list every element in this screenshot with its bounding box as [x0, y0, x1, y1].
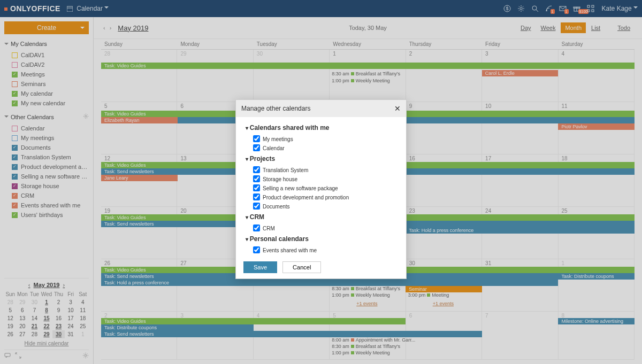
option-checkbox[interactable]	[253, 224, 260, 231]
option-checkbox[interactable]	[253, 203, 260, 210]
calendar-option[interactable]: Documents	[246, 202, 396, 211]
option-checkbox[interactable]	[253, 246, 260, 253]
section-projects[interactable]: Projects	[246, 155, 396, 162]
option-checkbox[interactable]	[253, 135, 260, 142]
manage-calendars-dialog: Manage other calendars✕ Calendars shared…	[235, 99, 407, 279]
section-shared[interactable]: Calendars shared with me	[246, 124, 396, 131]
modal-overlay: Manage other calendars✕ Calendars shared…	[0, 0, 642, 364]
save-button[interactable]: Save	[243, 261, 277, 273]
close-icon[interactable]: ✕	[394, 104, 401, 113]
calendar-option[interactable]: Events shared with me	[246, 245, 396, 254]
option-checkbox[interactable]	[253, 166, 260, 173]
calendar-option[interactable]: Storage house	[246, 174, 396, 183]
section-crm[interactable]: CRM	[246, 213, 396, 221]
dialog-title: Manage other calendars	[241, 105, 310, 112]
calendar-option[interactable]: Calendar	[246, 143, 396, 152]
option-checkbox[interactable]	[253, 144, 260, 151]
calendar-option[interactable]: Translation System	[246, 165, 396, 174]
option-checkbox[interactable]	[253, 193, 260, 200]
option-checkbox[interactable]	[253, 184, 260, 191]
cancel-button[interactable]: Cancel	[282, 261, 321, 273]
calendar-option[interactable]: Product development and promotion	[246, 192, 396, 202]
calendar-option[interactable]: CRM	[246, 223, 396, 233]
calendar-option[interactable]: Selling a new software package	[246, 183, 396, 192]
calendar-option[interactable]: My meetings	[246, 134, 396, 143]
section-personal[interactable]: Personal calendars	[246, 235, 396, 243]
option-checkbox[interactable]	[253, 175, 260, 182]
